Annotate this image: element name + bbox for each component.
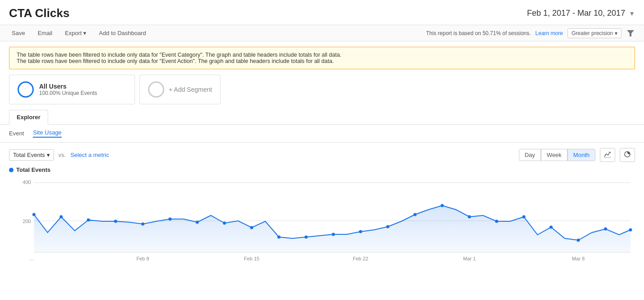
svg-point-21 (359, 230, 362, 233)
svg-point-17 (250, 226, 253, 229)
svg-point-11 (87, 219, 90, 222)
page-title: CTA Clicks (9, 6, 69, 20)
svg-point-28 (549, 226, 553, 229)
add-segment-label: + Add Segment (169, 86, 212, 93)
segments-row: All Users 100.00% Unique Events + Add Se… (0, 75, 644, 104)
svg-point-3 (626, 153, 628, 155)
svg-point-29 (576, 239, 580, 242)
svg-point-15 (196, 221, 199, 224)
top-header: CTA Clicks Feb 1, 2017 - Mar 10, 2017 ▼ (0, 0, 644, 25)
precision-caret-icon: ▾ (615, 30, 617, 36)
svg-point-13 (141, 223, 144, 226)
toolbar-right: This report is based on 50.71% of sessio… (426, 28, 635, 38)
export-label: Export (65, 30, 82, 36)
svg-point-12 (114, 220, 117, 223)
email-button[interactable]: Email (35, 28, 55, 38)
time-btn-week[interactable]: Week (541, 149, 567, 161)
svg-point-27 (522, 215, 526, 219)
svg-text:Feb 15: Feb 15 (244, 256, 259, 261)
add-segment-circle-icon (148, 81, 164, 98)
vs-text: vs. (59, 152, 66, 158)
tab-explorer[interactable]: Explorer (9, 110, 48, 125)
svg-point-9 (32, 213, 36, 216)
svg-point-26 (495, 220, 498, 223)
segment-metric: 100.00% Unique Events (39, 90, 97, 96)
time-btn-month[interactable]: Month (567, 149, 595, 161)
pie-chart-icon-btn[interactable] (620, 148, 635, 162)
chart-area: Total Events ▾ vs. Select a metric Day W… (0, 143, 644, 266)
tab-explorer-label: Explorer (17, 114, 41, 121)
svg-point-19 (305, 236, 308, 239)
learn-more-link[interactable]: Learn more (536, 30, 563, 36)
add-segment-button[interactable]: + Add Segment (140, 75, 221, 104)
funnel-icon[interactable] (626, 29, 635, 38)
report-info-text: This report is based on 50.71% of sessio… (426, 30, 531, 36)
segment-box-allusers[interactable]: All Users 100.00% Unique Events (9, 75, 135, 104)
svg-point-16 (223, 222, 226, 225)
page-wrapper: CTA Clicks Feb 1, 2017 - Mar 10, 2017 ▼ … (0, 0, 644, 300)
svg-text:Feb 8: Feb 8 (136, 256, 149, 261)
legend-label: Total Events (16, 166, 50, 173)
metric-dropdown-label: Total Events (13, 152, 45, 158)
date-range-caret-icon: ▼ (629, 10, 635, 17)
metric-dropdown-caret-icon: ▾ (47, 152, 50, 158)
chart-svg: 400 200 (9, 176, 635, 266)
metric-dropdown[interactable]: Total Events ▾ (9, 149, 54, 161)
explorer-tabs: Explorer (0, 110, 644, 125)
segment-circle-allusers (18, 81, 34, 98)
export-button[interactable]: Export ▾ (62, 28, 89, 38)
svg-text:400: 400 (23, 179, 31, 185)
chart-legend: Total Events (9, 166, 635, 173)
filter-line2: The table rows have been filtered to inc… (17, 58, 627, 64)
legend-dot-icon (9, 168, 14, 172)
toolbar-left: Save Email Export ▾ Add to Dashboard (9, 28, 149, 38)
toolbar: Save Email Export ▾ Add to Dashboard Thi… (0, 25, 644, 41)
time-btn-day[interactable]: Day (519, 149, 541, 161)
svg-text:200: 200 (23, 219, 31, 224)
svg-text:Mar 8: Mar 8 (572, 256, 585, 261)
add-dashboard-button[interactable]: Add to Dashboard (96, 28, 149, 38)
metric-selector: Total Events ▾ vs. Select a metric (9, 149, 109, 161)
sub-nav: Event Site Usage (0, 125, 644, 143)
svg-marker-0 (627, 30, 634, 36)
chart-right-controls: Day Week Month (519, 148, 635, 162)
export-caret-icon: ▾ (83, 30, 86, 36)
svg-point-25 (468, 215, 471, 219)
svg-point-18 (277, 236, 280, 239)
time-buttons-group: Day Week Month (519, 149, 595, 161)
select-metric-link[interactable]: Select a metric (70, 152, 109, 158)
svg-point-14 (168, 218, 171, 221)
chart-container: 400 200 (9, 176, 635, 266)
precision-selector[interactable]: Greater precision ▾ (567, 28, 621, 38)
segment-name: All Users (39, 83, 97, 90)
svg-point-22 (386, 225, 389, 228)
sub-nav-event[interactable]: Event (9, 130, 24, 137)
line-chart-icon-btn[interactable] (600, 148, 615, 162)
svg-text:Mar 1: Mar 1 (463, 256, 476, 261)
segment-info-allusers: All Users 100.00% Unique Events (39, 83, 97, 96)
svg-point-31 (629, 228, 632, 232)
svg-point-24 (441, 204, 444, 207)
filter-banner: The table rows have been filtered to inc… (9, 47, 635, 69)
svg-text:...: ... (30, 256, 34, 261)
precision-label: Greater precision (572, 30, 613, 36)
save-button[interactable]: Save (9, 28, 28, 38)
svg-text:Feb 22: Feb 22 (353, 256, 368, 261)
svg-point-20 (332, 233, 335, 236)
filter-line1: The table rows have been filtered to inc… (17, 52, 627, 58)
date-range-picker[interactable]: Feb 1, 2017 - Mar 10, 2017 ▼ (527, 9, 635, 18)
chart-controls: Total Events ▾ vs. Select a metric Day W… (9, 148, 635, 162)
svg-point-10 (59, 215, 63, 219)
svg-point-23 (414, 213, 417, 216)
sub-nav-site-usage[interactable]: Site Usage (33, 129, 62, 138)
date-range-text: Feb 1, 2017 - Mar 10, 2017 (527, 9, 625, 18)
svg-point-30 (604, 228, 607, 231)
